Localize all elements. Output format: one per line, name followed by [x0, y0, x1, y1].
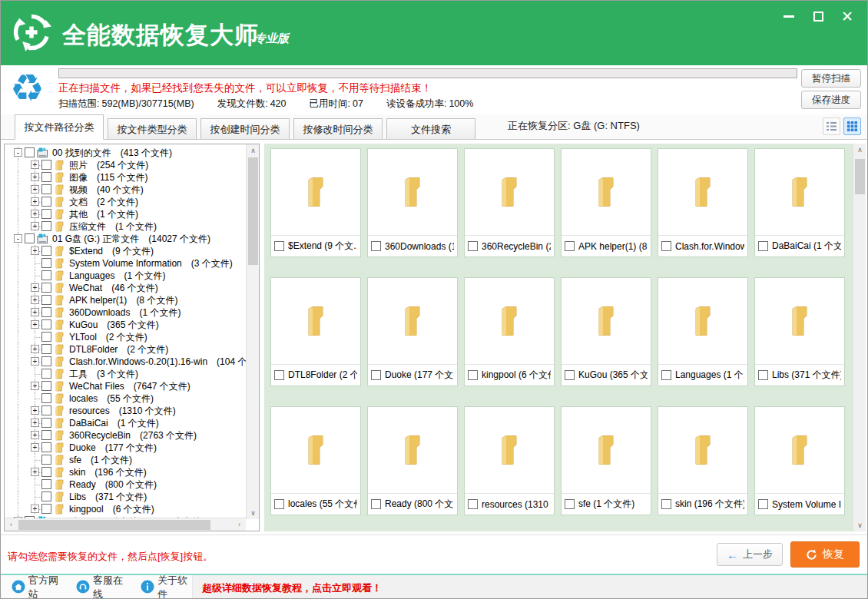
folder-cell[interactable]: kingpool (6 个文件)	[464, 277, 555, 386]
tree-checkbox[interactable]	[41, 455, 51, 465]
tree-checkbox[interactable]	[41, 418, 51, 428]
tree-checkbox[interactable]	[41, 160, 51, 170]
scrollbar-thumb[interactable]	[855, 159, 865, 194]
folder-cell[interactable]: 360RecycleBin (2...	[464, 148, 555, 257]
tree-row[interactable]: Ready(800 个文件)	[5, 478, 246, 491]
expander-plus-icon[interactable]: +	[31, 505, 39, 513]
folder-cell[interactable]: Languages (1 个...	[658, 277, 748, 386]
cell-checkbox[interactable]	[371, 499, 381, 509]
cell-checkbox[interactable]	[274, 370, 284, 380]
tree-row[interactable]: +kingpool(6 个文件)	[5, 503, 246, 515]
tree-row[interactable]: +压缩文件(1 个文件)	[5, 220, 246, 233]
folder-cell[interactable]: skin (196 个文件)	[658, 406, 748, 515]
tree-checkbox[interactable]	[41, 295, 51, 305]
cell-checkbox[interactable]	[371, 370, 381, 380]
save-progress-button[interactable]: 保存进度	[801, 91, 861, 109]
expander-plus-icon[interactable]: +	[31, 406, 39, 415]
folder-cell[interactable]: APK helper(1) (8 ...	[561, 148, 651, 257]
close-icon[interactable]: ✕	[837, 5, 858, 27]
folder-cell[interactable]: DTL8Folder (2 个...	[270, 277, 361, 386]
tree-row[interactable]: Libs(371 个文件)	[5, 491, 246, 503]
tree-checkbox[interactable]	[25, 147, 35, 157]
expander-plus-icon[interactable]: +	[31, 320, 39, 329]
cell-checkbox[interactable]	[565, 241, 575, 251]
tab-1[interactable]: 按文件路径分类	[15, 114, 104, 140]
tree-row[interactable]: +360Downloads(1 个文件)	[5, 306, 246, 319]
cell-checkbox[interactable]	[661, 499, 671, 509]
tree-row[interactable]: +图像(115 个文件)	[5, 171, 246, 184]
expander-plus-icon[interactable]: +	[31, 210, 39, 218]
scroll-left-icon[interactable]: ‹	[5, 518, 18, 531]
tree-row[interactable]: locales(55 个文件)	[5, 392, 246, 405]
cell-checkbox[interactable]	[274, 241, 284, 251]
expander-minus-icon[interactable]: -	[14, 148, 22, 157]
tree-checkbox[interactable]	[41, 467, 51, 477]
tree-row[interactable]: +视频(40 个文件)	[5, 184, 246, 196]
expander-plus-icon[interactable]: +	[31, 161, 39, 169]
grid-vertical-scrollbar[interactable]: ∧ ∨	[853, 144, 866, 531]
tree-checkbox[interactable]	[41, 221, 51, 231]
expander-plus-icon[interactable]: +	[31, 283, 39, 292]
folder-cell[interactable]: System Volume In...	[754, 406, 845, 515]
tree-checkbox[interactable]	[41, 283, 51, 293]
folder-cell[interactable]: KuGou (365 个文...	[561, 277, 651, 386]
tree-row[interactable]: 工具(3 个文件)	[5, 368, 246, 380]
tree-checkbox[interactable]	[41, 393, 51, 403]
cell-checkbox[interactable]	[468, 241, 478, 251]
tree-checkbox[interactable]	[41, 246, 51, 256]
cell-checkbox[interactable]	[661, 241, 671, 251]
tree-checkbox[interactable]	[25, 516, 35, 518]
tree-checkbox[interactable]	[41, 319, 51, 329]
folder-cell[interactable]: locales (55 个文件)	[270, 406, 361, 515]
tree-row[interactable]: +DaBaiCai(1 个文件)	[5, 417, 246, 429]
recover-button[interactable]: 恢复	[790, 541, 860, 568]
tree-row[interactable]: YLTool(2 个文件)	[5, 331, 246, 343]
tree-checkbox[interactable]	[41, 270, 51, 280]
expander-plus-icon[interactable]: +	[31, 443, 39, 452]
expander-plus-icon[interactable]: +	[31, 173, 39, 181]
folder-cell[interactable]: DaBaiCai (1 个文...	[754, 148, 845, 257]
folder-cell[interactable]: $Extend (9 个文...	[270, 148, 361, 257]
tree-row[interactable]: +skin(196 个文件)	[5, 466, 246, 478]
tree-row[interactable]: -00 找到的文件(413 个文件)	[5, 147, 246, 159]
expander-plus-icon[interactable]: +	[31, 345, 39, 353]
cell-checkbox[interactable]	[758, 370, 768, 380]
footer-link[interactable]: 关于软件	[141, 574, 192, 599]
tree-row[interactable]: +Duoke(177 个文件)	[5, 442, 246, 454]
tree-checkbox[interactable]	[41, 479, 51, 489]
expander-plus-icon[interactable]: +	[31, 185, 39, 194]
tree-row[interactable]: +DTL8Folder(2 个文件)	[5, 343, 246, 356]
tree-checkbox[interactable]	[41, 172, 51, 182]
tree-checkbox[interactable]	[41, 442, 51, 452]
list-view-icon[interactable]	[823, 117, 840, 135]
tree-checkbox[interactable]	[41, 504, 51, 514]
folder-cell[interactable]: Libs (371 个文件)	[754, 277, 845, 386]
tree-checkbox[interactable]	[41, 356, 51, 366]
folder-cell[interactable]: 360Downloads (1...	[367, 148, 458, 257]
scroll-down-icon[interactable]: ∨	[853, 519, 866, 531]
tree-row[interactable]: +其他(1 个文件)	[5, 208, 246, 220]
tree-checkbox[interactable]	[41, 258, 51, 268]
tree-row[interactable]: -01 G盘 (G:) 正常文件(14027 个文件)	[5, 233, 246, 245]
tree-row[interactable]: +APK helper(1)(8 个文件)	[5, 294, 246, 306]
maximize-icon[interactable]	[807, 5, 829, 27]
cell-checkbox[interactable]	[758, 499, 768, 509]
expander-plus-icon[interactable]: +	[31, 197, 39, 206]
expander-minus-icon[interactable]: -	[14, 234, 22, 243]
back-button[interactable]: ← 上一步	[717, 543, 783, 566]
tree-checkbox[interactable]	[41, 344, 51, 354]
folder-cell[interactable]: Clash.for.Window...	[658, 148, 748, 257]
expander-minus-icon[interactable]: -	[14, 517, 22, 518]
tree-checkbox[interactable]	[41, 405, 51, 415]
cell-checkbox[interactable]	[371, 241, 381, 251]
tab-3[interactable]: 按创建时间分类	[200, 118, 290, 140]
scrollbar-thumb[interactable]	[248, 157, 258, 265]
minimize-icon[interactable]	[778, 5, 800, 27]
scrollbar-thumb[interactable]	[18, 520, 210, 530]
tree-horizontal-scrollbar[interactable]: ‹ ›	[5, 518, 246, 531]
expander-plus-icon[interactable]: +	[31, 308, 39, 316]
tree-row[interactable]: +resources(1310 个文件)	[5, 405, 246, 417]
cell-checkbox[interactable]	[565, 499, 575, 509]
tree-checkbox[interactable]	[41, 381, 51, 391]
cell-checkbox[interactable]	[758, 241, 768, 251]
